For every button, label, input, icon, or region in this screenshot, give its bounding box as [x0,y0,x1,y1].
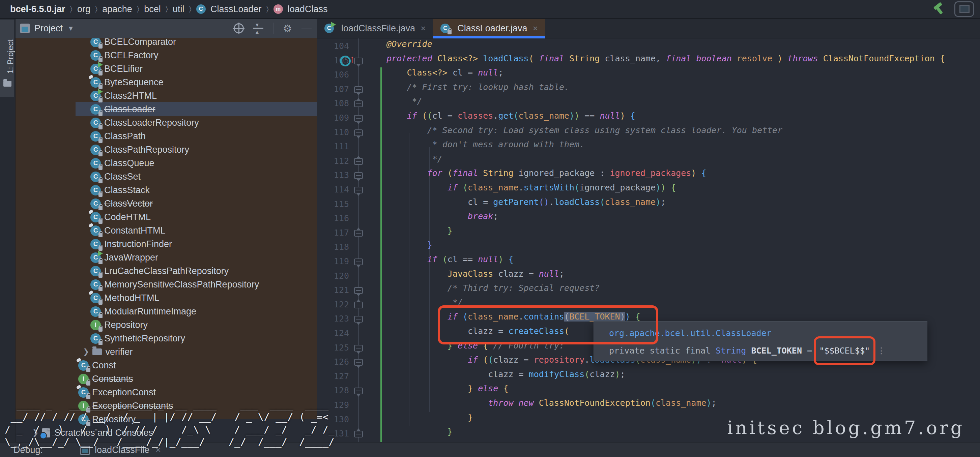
tree-item-javawrapper[interactable]: CJavaWrapper [91,251,158,264]
tree-item-label: ClassPathRepository [104,144,189,155]
tree-item-const[interactable]: CConst [78,359,116,372]
tree-item-classqueue[interactable]: CClassQueue [91,156,154,170]
tree-item-bytesequence[interactable]: CByteSequence [91,76,164,89]
tab-classloader-java[interactable]: CClassLoader.java× [433,19,545,38]
code-token: ( [539,197,544,207]
tree-item-constanthtml[interactable]: CConstantHTML [91,224,165,237]
tree-item-exceptionconst[interactable]: CExceptionConst [78,386,156,399]
fold-marker-icon[interactable] [354,316,363,322]
fold-marker-icon[interactable] [354,187,363,194]
code-token: ; [559,269,564,279]
breadcrumb-item-label: apache [102,4,132,14]
tree-item-verifier[interactable]: ❯verifier [83,345,132,359]
fold-marker-icon[interactable] [354,359,363,366]
close-icon[interactable]: × [533,23,538,34]
tree-item-instructionfinder[interactable]: CInstructionFinder [91,237,172,251]
breadcrumb-item[interactable]: org [77,4,91,14]
tree-item-constants[interactable]: IConstants [78,372,133,386]
fold-marker-icon[interactable] [354,172,363,179]
tree-item-class2html[interactable]: CClass2HTML [91,89,157,102]
breadcrumb-item[interactable]: mloadClass [274,4,328,14]
tree-item-label: ClassPath [104,131,146,141]
chevron-down-icon[interactable]: ▼ [67,25,74,32]
tree-item-classpath[interactable]: CClassPath [91,129,146,143]
code-token: ; [711,398,717,408]
tree-item-lrucacheclasspathrepository[interactable]: CLruCacheClassPathRepository [91,264,229,278]
line-number: 108 [317,98,349,108]
fold-marker-icon[interactable] [354,431,363,438]
tree-item-syntheticrepository[interactable]: CSyntheticRepository [91,332,185,345]
tree-item-classloaderrepository[interactable]: CClassLoaderRepository [91,116,199,129]
breadcrumb-item[interactable]: CClassLoader [196,4,262,14]
fold-marker-icon[interactable] [354,100,363,107]
fold-marker-icon[interactable] [354,86,363,93]
breadcrumb-item-label: loadClass [288,4,328,14]
code-token: ) [498,254,503,264]
tab-loadclassfile-java[interactable]: CloadClassFile.java× [317,19,433,38]
project-panel-header[interactable]: Project ▼ ⚙ — [15,19,317,38]
tree-item-bcelfactory[interactable]: CBCELFactory [91,49,159,62]
fold-marker-icon[interactable] [354,259,363,265]
tab-label: ClassLoader.java [457,23,527,34]
locate-target-icon[interactable] [234,23,244,33]
pin-badge-icon [76,358,82,363]
tree-item-bcelcomparator[interactable]: CBCELComparator [91,38,176,49]
breadcrumb-item[interactable]: bcel-6.5.0.jar [10,4,65,14]
code-token: } [447,427,453,436]
fold-marker-icon[interactable] [354,345,363,352]
class-icon: C [91,90,101,101]
tree-item-label: ExceptionConst [92,387,156,398]
fold-marker-icon[interactable] [354,58,363,64]
code-editor[interactable]: 1041051061071081091101111121131141151161… [317,38,980,442]
tree-item-codehtml[interactable]: CCodeHTML [91,210,151,224]
close-icon[interactable]: × [420,23,426,34]
fold-marker-icon[interactable] [354,301,363,308]
build-hammer-icon[interactable] [932,2,946,16]
fold-marker-icon[interactable] [354,230,363,236]
chevron-right-icon[interactable]: ❯ [83,348,89,356]
tree-item-classpathrepository[interactable]: CClassPathRepository [91,143,189,156]
tree-item-label: ClassLoader [104,104,156,114]
line-number: 125 [317,343,349,352]
breadcrumb-item[interactable]: apache [102,4,132,14]
tree-item-classloader[interactable]: CClassLoader [91,102,156,116]
code-token: if [407,111,422,121]
tree-item-modularruntimeimage[interactable]: CModularRuntimeImage [91,305,196,318]
lock-badge-icon [99,179,102,183]
tool-stripe-project-button[interactable]: 1: Project [0,19,14,97]
breadcrumb-separator: 〉 [95,5,97,13]
code-token: null [478,254,498,264]
tree-item-bcelifier[interactable]: CBCELifier [91,62,143,76]
code-token: ( [483,355,488,365]
window-switcher-icon[interactable] [955,2,974,17]
line-number: 120 [317,271,349,281]
tree-item-classstack[interactable]: CClassStack [91,183,150,197]
tree-item-memorysensitiveclasspathrepository[interactable]: CMemorySensitiveClassPathRepository [91,278,259,291]
tree-item-label: Constants [92,374,133,384]
fold-marker-icon[interactable] [354,287,363,294]
fold-marker-icon[interactable] [354,387,363,394]
collapse-all-icon[interactable] [253,23,263,33]
lock-badge-icon [99,327,102,332]
tree-item-methodhtml[interactable]: CMethodHTML [91,291,159,305]
line-number: 128 [317,386,349,395]
fold-marker-icon[interactable] [354,115,363,122]
tree-item-classset[interactable]: CClassSet [91,170,141,183]
tree-item-label: ModularRuntimeImage [104,306,196,317]
fold-marker-icon[interactable] [354,158,363,165]
tree-item-repository[interactable]: IRepository [91,318,148,332]
minimize-icon[interactable]: — [301,22,312,34]
breadcrumb-item[interactable]: util [173,4,185,14]
override-method-gutter-icon[interactable] [340,56,351,67]
line-number: 110 [317,127,349,137]
tree-item-classvector[interactable]: CClassVector [91,197,153,210]
class-icon: C [91,279,101,290]
line-number: 109 [317,113,349,123]
class-icon: C [91,158,101,168]
fold-marker-icon[interactable] [354,129,363,136]
gear-icon[interactable]: ⚙ [283,22,292,34]
breadcrumb-separator: 〉 [189,5,191,13]
run-badge-icon [98,251,103,256]
breadcrumb-item[interactable]: bcel [144,4,161,14]
lock-badge-icon [99,246,102,251]
